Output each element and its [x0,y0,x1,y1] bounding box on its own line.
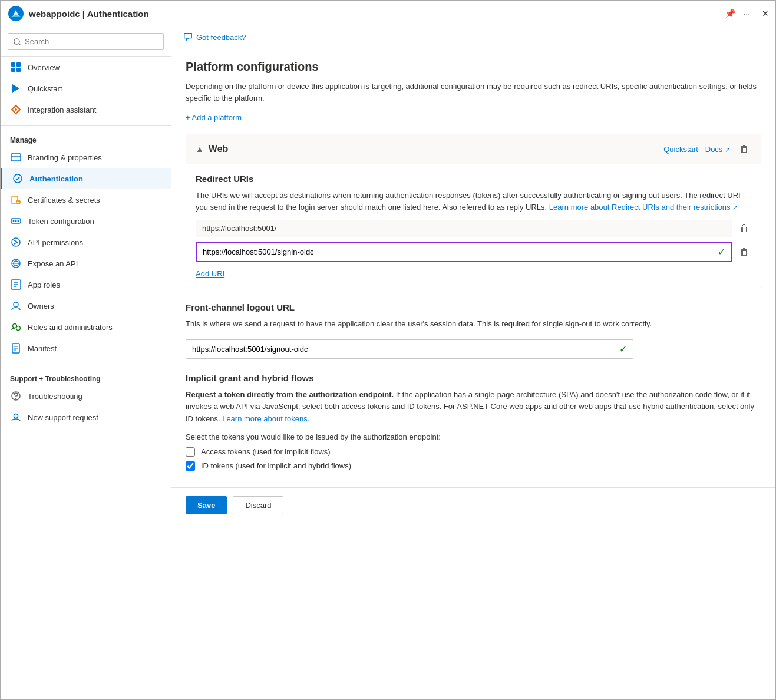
sidebar-item-api-permissions[interactable]: API permissions [1,232,171,253]
overview-icon [10,61,22,73]
platform-configs-desc: Depending on the platform or device this… [186,81,761,104]
logout-url-input[interactable] [192,345,619,354]
add-platform-button[interactable]: + Add a platform [186,113,761,122]
access-tokens-row: Access tokens (used for implicit flows) [186,447,761,457]
sidebar-item-manifest-label: Manifest [28,344,57,353]
troubleshooting-icon [10,390,22,402]
uri-row-1: https://localhost:5001/ 🗑 [196,220,751,237]
access-tokens-checkbox[interactable] [186,447,195,457]
implicit-section-title: Implicit grant and hybrid flows [186,373,761,383]
discard-button[interactable]: Discard [233,496,283,514]
svg-point-16 [12,238,20,246]
sidebar-item-token[interactable]: Token configuration [1,210,171,232]
sidebar-item-troubleshooting-label: Troubleshooting [28,392,82,401]
pin-icon[interactable]: 📌 [725,8,736,19]
implicit-desc: Request a token directly from the author… [186,389,761,425]
manifest-icon [10,342,22,354]
external-link-icon: ↗ [725,146,730,153]
web-platform-card: ▲ Web Quickstart Docs ↗ 🗑 Redirect UR [186,134,761,288]
more-icon[interactable]: ··· [743,8,751,19]
authentication-icon [12,173,24,184]
platform-configs-title: Platform configurations [186,60,761,74]
sidebar-item-certificates[interactable]: Certificates & secrets [1,189,171,210]
uri-row-2: ✓ 🗑 [196,242,751,262]
redirect-learn-more-link[interactable]: Learn more about Redirect URIs and their… [549,203,738,212]
api-icon [10,236,22,248]
uri-check-icon: ✓ [718,246,725,257]
svg-rect-2 [16,62,21,67]
redirect-external-icon: ↗ [732,204,738,211]
svg-point-13 [13,220,15,222]
redirect-desc: The URIs we will accept as destinations … [196,190,751,213]
sidebar-item-quickstart-label: Quickstart [28,84,62,93]
sidebar-item-integration[interactable]: Integration assistant [1,99,171,120]
content-area: Got feedback? Platform configurations De… [171,27,775,699]
learn-more-tokens-link[interactable]: Learn more about tokens. [222,414,309,423]
sidebar-item-authentication[interactable]: Authentication [1,168,171,189]
sidebar-item-roles[interactable]: Roles and administrators [1,316,171,338]
sidebar-item-manifest[interactable]: Manifest [1,338,171,359]
id-tokens-row: ID tokens (used for implicit and hybrid … [186,461,761,471]
sidebar-item-expose-api-label: Expose an API [28,259,78,268]
sidebar-item-token-label: Token configuration [28,217,94,226]
owners-icon [10,300,22,312]
uri-delete-1[interactable]: 🗑 [737,221,751,236]
sidebar-item-roles-label: Roles and administrators [28,323,113,332]
svg-point-33 [14,414,18,418]
svg-marker-5 [12,84,19,93]
add-uri-link[interactable]: Add URI [196,269,224,278]
sidebar-item-owners-label: Owners [28,302,54,311]
support-icon [10,411,22,423]
support-section-header: Support + Troubleshooting [1,369,171,385]
svg-point-26 [16,326,21,331]
integration-icon [10,104,22,115]
svg-point-15 [18,220,19,222]
svg-rect-7 [11,154,21,161]
sidebar-item-new-support-label: New support request [28,413,98,422]
azure-logo-icon [8,5,24,22]
add-platform-label: + Add a platform [186,113,242,122]
sidebar-item-quickstart[interactable]: Quickstart [1,78,171,99]
close-button[interactable]: × [762,8,768,20]
web-docs-link[interactable]: Docs ↗ [705,145,730,154]
sidebar-item-owners[interactable]: Owners [1,295,171,316]
feedback-label[interactable]: Got feedback? [196,33,246,42]
uri-input-container-2: ✓ [196,242,732,262]
sidebar-item-api-permissions-label: API permissions [28,238,83,247]
sidebar-item-app-roles-label: App roles [28,280,60,289]
svg-point-6 [15,108,17,111]
title-bar: webappoidc | Authentication 📌 ··· × [1,1,775,27]
uri-display-1: https://localhost:5001/ [196,220,732,237]
approles-icon [10,279,22,290]
logout-url-section: Front-channel logout URL This is where w… [186,302,761,359]
web-delete-icon[interactable]: 🗑 [737,141,751,157]
sidebar-item-new-support[interactable]: New support request [1,407,171,428]
search-container [1,27,171,57]
uri-input-2[interactable] [203,247,714,256]
save-button[interactable]: Save [186,496,227,514]
id-tokens-checkbox[interactable] [186,461,195,471]
web-chevron-icon[interactable]: ▲ [196,144,204,154]
search-input[interactable] [8,33,164,50]
svg-point-32 [15,398,16,399]
uri-delete-2[interactable]: 🗑 [737,245,751,260]
title-actions: 📌 ··· [725,8,751,19]
expose-icon [10,257,22,269]
svg-rect-3 [11,68,15,72]
svg-rect-1 [11,62,15,67]
sidebar-item-expose-api[interactable]: Expose an API [1,253,171,274]
app-window: webappoidc | Authentication 📌 ··· × Over… [0,0,776,700]
sidebar-nav: Overview Quickstart Integration assistan… [1,57,171,699]
certificates-icon [10,194,22,206]
sidebar-item-troubleshooting[interactable]: Troubleshooting [1,385,171,407]
logout-section-desc: This is where we send a request to have … [186,318,761,330]
bottom-action-bar: Save Discard [171,487,775,523]
web-quickstart-link[interactable]: Quickstart [663,145,698,154]
svg-point-14 [15,220,17,222]
sidebar-item-branding[interactable]: Branding & properties [1,147,171,168]
sidebar-item-overview[interactable]: Overview [1,57,171,78]
access-tokens-label: Access tokens (used for implicit flows) [201,447,331,456]
main-layout: Overview Quickstart Integration assistan… [1,27,775,699]
sidebar-item-app-roles[interactable]: App roles [1,274,171,295]
sidebar-item-integration-label: Integration assistant [28,105,96,114]
